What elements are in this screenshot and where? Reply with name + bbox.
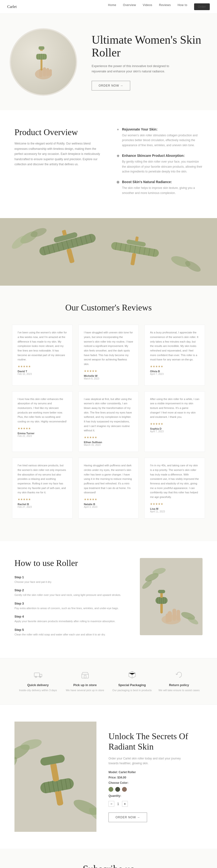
brand-logo[interactable]: Carlet [7, 5, 17, 9]
step-5-title: Step 5 [14, 628, 125, 631]
review-author-1: David T [18, 370, 67, 373]
feature-title-1: ♦ Rejuvenate Your Skin: [116, 127, 203, 131]
banner-rollers-illustration [0, 218, 217, 286]
review-date-3: April 7, 2023 [150, 373, 199, 375]
review-text-5: I was skeptical at first, but after usin… [84, 397, 133, 433]
review-date-1: Feb 10, 2023 [18, 373, 67, 375]
review-card-3: As a busy professional, I appreciate the… [145, 325, 205, 385]
howto-left: How to use Roller Step 1 Choose your fac… [14, 558, 125, 641]
svg-rect-2 [43, 67, 46, 76]
buy-model-row: Model: Carlet Roller [108, 771, 190, 774]
features-row-section: Quick delivery Inside-city delivery with… [0, 658, 217, 705]
hero-title: Ultimate Women's Skin Roller [92, 34, 203, 59]
hero-description: Experience the power of this innovative … [92, 63, 183, 74]
nav-howto[interactable]: How to [178, 3, 187, 10]
qty-increase-button[interactable]: + [122, 801, 128, 807]
review-text-7: I've tried various skincare products, bu… [18, 463, 67, 495]
svg-rect-69 [158, 590, 165, 593]
buy-order-button[interactable]: ORDER NOW → [108, 812, 147, 822]
feature-desc-2: By gently rolling the skin roller over y… [116, 159, 203, 174]
reviews-heading: Our Customer's Reviews [12, 303, 205, 313]
delivery-icon [14, 671, 61, 681]
step-2-title: Step 2 [14, 588, 125, 592]
hero-roller-illustration [19, 40, 67, 84]
step-3-desc: Pay extra attention to areas of concern,… [14, 606, 125, 611]
review-stars-1: ★★★★★ [18, 365, 67, 368]
feat-title-return: Return policy [156, 683, 203, 687]
review-stars-5: ★★★★★ [84, 436, 133, 439]
review-text-9: I'm in my 40s, and taking care of my ski… [150, 463, 199, 499]
feature-title-3: ◉ Boost Skin's Natural Radiance: [116, 180, 203, 184]
svg-rect-16 [0, 218, 217, 286]
feat-desc-delivery: Inside-city delivery within 3 days [14, 688, 61, 693]
review-stars-8: ★★★★★ [84, 498, 133, 501]
feat-pickup: Pick up in store We have several pick up… [61, 671, 108, 693]
review-card-9: I'm in my 40s, and taking care of my ski… [145, 458, 205, 519]
review-date-9: April 11, 2023 [150, 510, 199, 513]
review-card-1: I've been using the women's skin roller … [12, 325, 72, 385]
step-4: Step 4 Apply your favorite skincare prod… [14, 615, 125, 624]
step-4-title: Step 4 [14, 615, 125, 618]
review-author-3: Olivia B [150, 370, 199, 373]
feat-packaging: Special Packaging Our packaging is best … [108, 671, 156, 693]
review-author-9: Lisa M [150, 507, 199, 510]
nav-home[interactable]: Home [108, 3, 116, 10]
review-stars-4: ★★★★★ [18, 427, 67, 430]
nav-videos[interactable]: Videos [143, 3, 152, 10]
feature-desc-3: The skin roller helps to improve skin te… [116, 186, 203, 195]
review-author-6: Sophia D [150, 427, 199, 430]
nav-order[interactable]: Order [194, 3, 210, 10]
hero-order-button[interactable]: ORDER NOW → [92, 81, 130, 90]
buy-qty-row: Quantity: [108, 794, 190, 798]
svg-point-73 [39, 676, 41, 678]
buy-product-image [14, 721, 96, 832]
overview-heading: Product Overview [14, 127, 101, 137]
overview-right: ♦ Rejuvenate Your Skin: Our women's skin… [116, 127, 203, 201]
review-author-4: Emma Turner [18, 432, 67, 435]
nav-reviews[interactable]: Reviews [159, 3, 171, 10]
reviews-section: Our Customer's Reviews I've been using t… [0, 286, 217, 541]
step-5: Step 5 Clean the roller with mild soap a… [14, 628, 125, 637]
overview-left: Product Overview Welcome to the elegant … [14, 127, 101, 167]
hero-section: Ultimate Women's Skin Roller Experience … [0, 14, 217, 110]
howto-heading: How to use Roller [14, 558, 125, 568]
step-1: Step 1 Choose your face and pat it dry. [14, 576, 125, 584]
review-author-7: Rachel B [18, 503, 67, 506]
model-value: Carlet Roller [119, 771, 136, 774]
radiance-icon: ◉ [116, 180, 120, 184]
hero-image [10, 28, 77, 96]
review-stars-3: ★★★★★ [150, 365, 199, 368]
product-banner [0, 218, 217, 286]
feature-desc-1: Our women's skin roller stimulates colla… [116, 133, 203, 148]
review-card-6: After using the skin roller for a while,… [145, 391, 205, 452]
review-text-8: Having struggled with puffiness and dark… [84, 463, 133, 495]
diamond-icon: ♦ [116, 127, 120, 131]
reviews-grid-row2: I love how this skin roller enhances the… [12, 391, 205, 452]
qty-decrease-button[interactable]: − [108, 801, 114, 807]
feature-item-2: ◈ Enhance Skincare Product Absorption: B… [116, 153, 203, 174]
nav-links: Home Overview Videos Reviews How to Orde… [108, 3, 210, 10]
howto-right-image [140, 558, 203, 635]
buy-content: Unlock The Secrets Of Radiant Skin Order… [96, 721, 203, 832]
swatch-dark[interactable] [115, 787, 120, 792]
step-1-title: Step 1 [14, 576, 125, 579]
qty-label: Quantity: [108, 794, 121, 798]
svg-rect-3 [46, 68, 49, 76]
review-text-2: I have struggled with uneven skin tone f… [84, 330, 133, 367]
swatch-brown[interactable] [122, 787, 127, 792]
price-value: $34.00 [117, 776, 126, 779]
feature-item-3: ◉ Boost Skin's Natural Radiance: The ski… [116, 180, 203, 195]
feat-quick-delivery: Quick delivery Inside-city delivery with… [14, 671, 61, 693]
step-5-desc: Clean the roller with mild soap and wate… [14, 632, 125, 637]
package-icon [108, 671, 156, 681]
feat-desc-return: We will take ensure to assist cases [156, 688, 203, 693]
review-author-8: Natalie B [84, 503, 133, 506]
swatch-olive[interactable] [108, 787, 113, 792]
color-label: Choose Color: [108, 781, 128, 784]
review-author-2: Michelle W [84, 374, 133, 377]
review-date-4: Feb 22, 2023 [18, 435, 67, 437]
qty-value: 1 [117, 802, 119, 806]
svg-rect-68 [160, 592, 163, 598]
review-text-4: I love how this skin roller enhances the… [18, 397, 67, 424]
nav-overview[interactable]: Overview [123, 3, 136, 10]
